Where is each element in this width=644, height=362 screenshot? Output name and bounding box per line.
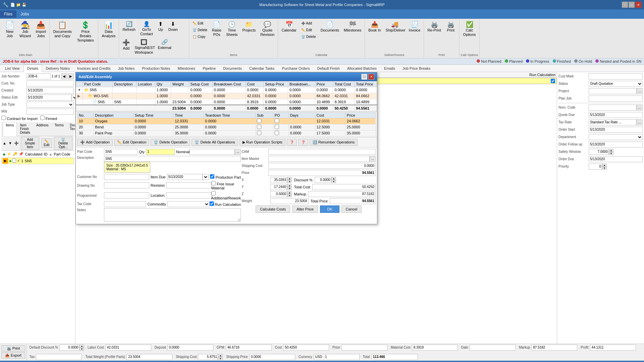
x-spin-down[interactable]: ▼ [287, 180, 292, 183]
priority-spin-up[interactable]: ▲ [602, 164, 607, 167]
copy-item-button[interactable]: 📋 Copy [191, 34, 209, 40]
raise-po-button[interactable]: 📄 RaisePOs [210, 20, 223, 38]
created-input[interactable] [26, 87, 74, 94]
tab-milestones[interactable]: Milestones [174, 65, 199, 72]
refresh-button[interactable]: 🔄 Refresh [120, 20, 138, 33]
calc-options-button[interactable]: ✅ CalcOptions [461, 20, 478, 38]
calendar-button[interactable]: 📅 Calendar [279, 20, 299, 34]
priority-input[interactable] [589, 164, 602, 170]
table-row[interactable]: ▼ 📁SN5 1.0000 0.0000 0.0000 0.00 [76, 87, 377, 93]
table-row[interactable]: ▶ 📁WO-SN5 1.0000 0.0000 0.0000 [76, 93, 377, 99]
disc-up[interactable]: ▲ [79, 345, 84, 348]
plan-job-input[interactable] [589, 96, 643, 102]
z-spinbox[interactable]: ▲ ▼ [270, 191, 292, 197]
discount-spin-up[interactable]: ▲ [331, 177, 336, 180]
drawing-no-form-input[interactable] [104, 182, 149, 188]
z-spin-down[interactable]: ▼ [287, 194, 292, 197]
milestones-button[interactable]: 🏁 Milestones [342, 20, 364, 34]
add-button[interactable]: ➕ Add [120, 38, 132, 52]
nav-prev-button[interactable]: ◀ [61, 73, 67, 79]
firmed-check[interactable]: Firmed [40, 116, 57, 121]
z-spin-up[interactable]: ▲ [287, 191, 292, 194]
profit-input[interactable] [590, 345, 636, 351]
tab-calendar-tasks[interactable]: Calendar Tasks [246, 65, 278, 72]
tab-delivery-notes[interactable]: Delivery Notes [42, 65, 73, 72]
shipping-price-input[interactable] [249, 354, 295, 360]
x-spinbox[interactable]: ▲ ▼ [270, 177, 292, 183]
total-cost-form-input[interactable] [312, 184, 376, 190]
location-form-input[interactable] [166, 192, 211, 198]
print-button[interactable]: 🖨️ Print [1, 345, 25, 352]
shipping-cost-bb-input[interactable] [198, 354, 218, 360]
project-browse-button[interactable]: ... [637, 88, 643, 94]
item-checkbox[interactable] [12, 159, 16, 163]
nav-up-btn[interactable]: ▲ [3, 141, 6, 145]
ship-spin[interactable]: ▲ ▼ [218, 354, 223, 360]
status-edit-input[interactable] [26, 95, 72, 101]
sub-tab-address[interactable]: Address [33, 122, 52, 136]
ops-row[interactable]: 30 Paint Prep 0.0000 35.0000 0.0000 0.00… [77, 130, 376, 136]
export-button[interactable]: 📤 Export [1, 352, 25, 359]
z-spin-buttons[interactable]: ▲ ▼ [287, 191, 292, 197]
invoice-button[interactable]: 🧾 Invoice [407, 20, 423, 34]
cust-no-input[interactable] [26, 80, 74, 86]
tab-allocated-batches[interactable]: Allocated Batches [343, 65, 380, 72]
book-in-button[interactable]: 📥 Book In [366, 20, 383, 34]
tab-list-view[interactable]: List View [1, 65, 23, 72]
add-doc-button[interactable]: ➕ Add [299, 20, 318, 26]
y-form-input[interactable] [270, 184, 287, 190]
description-form-input[interactable] [104, 156, 241, 162]
dialog-restore-button[interactable]: □ [361, 74, 367, 80]
status-edit-dropdown[interactable] [72, 95, 75, 101]
delete-item-button[interactable]: 🗑️ Delete [191, 27, 209, 33]
notes-form-textarea[interactable] [104, 208, 241, 222]
help-button-1[interactable]: ❓ [287, 139, 297, 146]
project-right-input[interactable] [589, 88, 637, 94]
window-controls[interactable]: − □ ✕ [622, 2, 641, 8]
menu-jobs[interactable]: Jobs [16, 10, 33, 18]
shipping-cost-form-input[interactable] [268, 163, 376, 169]
tab-default-finish[interactable]: Default Finish [314, 65, 343, 72]
priority-spinbox[interactable]: ▲ ▼ [589, 164, 607, 170]
edit-operation-button[interactable]: ✏️ Edit Operation [114, 139, 149, 146]
delete-operation-button[interactable]: 🗑️ Delete Operation [151, 139, 190, 146]
sub-tab-items[interactable]: Items [3, 122, 17, 136]
labor-cost-input[interactable] [105, 345, 151, 351]
default-discount-spinbox[interactable]: ▲ ▼ [59, 345, 84, 351]
cost-input[interactable] [283, 345, 329, 351]
tax-rate-browse[interactable]: ... [637, 119, 643, 125]
irn-input[interactable] [26, 109, 74, 115]
nom-code-input[interactable] [589, 105, 637, 111]
calculate-costs-button[interactable]: Calculate Costs [256, 205, 290, 213]
minimize-button[interactable]: − [622, 2, 628, 8]
production-part-check[interactable]: Production Part [210, 174, 241, 179]
delete-option-button[interactable]: 🗑️ Delete Opti... [54, 137, 72, 150]
tab-production-notes[interactable]: Production Notes [138, 65, 174, 72]
nominal-form-input[interactable] [190, 149, 235, 155]
status-right-select[interactable]: Draft Quotation [589, 81, 643, 87]
tax-rate-input[interactable] [589, 119, 637, 125]
safety-spin-up[interactable]: ▲ [609, 149, 613, 152]
item-row[interactable]: ▶ ● ✓ 1 SN5 [1, 158, 74, 164]
material-cost-input[interactable] [412, 345, 458, 351]
time-sheets-button[interactable]: 🕒 TimeSheets [224, 20, 239, 38]
ops-row[interactable]: 20 Bend 0.0000 25.0000 0.0000 0.0000 12.… [77, 124, 376, 130]
priority-spin-down[interactable]: ▼ [602, 167, 607, 170]
total-weight-input[interactable] [126, 354, 172, 360]
commodity-form-select[interactable] [167, 201, 209, 207]
delete-doc-button[interactable]: 🗑️ Delete [299, 34, 318, 40]
ship-deliver-button[interactable]: 🚚 Ship/Deliver [384, 20, 406, 34]
cam-form-input[interactable] [268, 149, 376, 155]
cust-mark-input[interactable] [589, 73, 643, 79]
external-button[interactable]: 🔗 External [156, 38, 173, 51]
tab-invoices[interactable]: Invoices and Credits [73, 65, 114, 72]
tab-details[interactable]: Details [23, 65, 42, 72]
qty-form-input[interactable] [146, 149, 175, 155]
part-code-form-input[interactable] [104, 149, 138, 155]
job-wizard-button[interactable]: 🧙 JobWizard [17, 20, 33, 40]
add-simple-item-button[interactable]: Add Simple Item [21, 137, 39, 150]
sigmanest-button[interactable]: 🔲 SigmaNESTWorkspace [132, 38, 155, 56]
tax-input[interactable] [36, 354, 82, 360]
revision-form-input[interactable] [166, 182, 211, 188]
down-button[interactable]: ⬇ Down [166, 20, 180, 33]
